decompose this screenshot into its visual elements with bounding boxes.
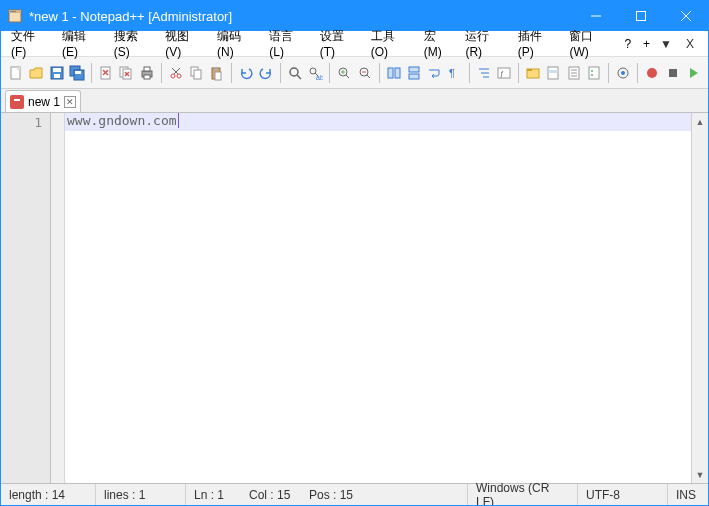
undo-button[interactable] [236, 62, 254, 84]
status-encoding: UTF-8 [578, 484, 668, 505]
svg-point-68 [591, 74, 593, 76]
status-pos: Pos : 15 [301, 484, 468, 505]
wrap-button[interactable] [425, 62, 443, 84]
menu-overflow-icon[interactable]: ▼ [656, 35, 676, 53]
svg-rect-32 [194, 70, 201, 79]
lang-button[interactable]: ƒ [495, 62, 513, 84]
func-list-button[interactable] [585, 62, 603, 84]
replace-button[interactable]: ab [306, 62, 324, 84]
svg-rect-49 [395, 68, 400, 78]
svg-point-70 [621, 71, 625, 75]
menu-run[interactable]: 运行(R) [459, 25, 511, 62]
svg-rect-72 [669, 69, 677, 77]
scroll-down-icon[interactable]: ▼ [692, 466, 708, 483]
menu-plus[interactable]: + [637, 34, 656, 54]
svg-rect-13 [54, 74, 60, 78]
record-macro-button[interactable] [643, 62, 661, 84]
tab-new-1[interactable]: new 1 ✕ [5, 90, 81, 112]
svg-rect-66 [589, 67, 599, 79]
svg-point-28 [177, 74, 181, 78]
menu-window[interactable]: 窗口(W) [563, 25, 618, 62]
cut-button[interactable] [167, 62, 185, 84]
svg-rect-10 [17, 67, 20, 70]
line-number: 1 [1, 115, 42, 130]
close-window-button[interactable] [663, 1, 708, 31]
status-eol: Windows (CR LF) [468, 484, 578, 505]
tab-close-button[interactable]: ✕ [64, 96, 76, 108]
svg-rect-6 [636, 12, 645, 21]
sync-v-button[interactable] [385, 62, 403, 84]
save-all-button[interactable] [68, 62, 86, 84]
svg-point-2 [10, 11, 11, 12]
menu-file[interactable]: 文件(F) [5, 25, 56, 62]
status-ins: INS [668, 484, 708, 505]
close-all-button[interactable] [117, 62, 135, 84]
line-gutter: 1 [1, 113, 51, 483]
status-length: length : 14 [1, 484, 96, 505]
window-title: *new 1 - Notepad++ [Administrator] [29, 9, 573, 24]
redo-button[interactable] [257, 62, 275, 84]
unsaved-icon [10, 95, 24, 109]
fold-column [51, 113, 65, 483]
play-macro-button[interactable] [684, 62, 702, 84]
svg-rect-50 [409, 67, 419, 72]
svg-rect-61 [548, 70, 558, 73]
menu-language[interactable]: 语言(L) [263, 25, 313, 62]
print-button[interactable] [138, 62, 156, 84]
svg-point-3 [12, 11, 13, 12]
svg-text:¶: ¶ [449, 67, 455, 79]
zoom-in-button[interactable] [335, 62, 353, 84]
text-editor[interactable]: www.gndown.com [65, 113, 691, 483]
menu-search[interactable]: 搜索(S) [108, 25, 160, 62]
menu-settings[interactable]: 设置(T) [314, 25, 365, 62]
tab-label: new 1 [28, 95, 60, 109]
indent-guide-button[interactable] [475, 62, 493, 84]
stop-macro-button[interactable] [663, 62, 681, 84]
paste-button[interactable] [207, 62, 225, 84]
show-chars-button[interactable]: ¶ [446, 62, 464, 84]
svg-rect-25 [144, 67, 150, 71]
app-icon [7, 8, 23, 24]
doc-map-button[interactable] [544, 62, 562, 84]
svg-rect-59 [527, 69, 532, 71]
line-1[interactable]: www.gndown.com [65, 113, 691, 131]
vertical-scrollbar[interactable]: ▲ ▼ [691, 113, 708, 483]
svg-rect-16 [75, 71, 81, 74]
svg-point-71 [647, 68, 657, 78]
zoom-out-button[interactable] [356, 62, 374, 84]
svg-line-42 [346, 75, 349, 78]
status-col: Col : 15 [241, 484, 301, 505]
menu-view[interactable]: 视图(V) [159, 25, 211, 62]
menu-plugins[interactable]: 插件(P) [512, 25, 564, 62]
svg-line-46 [367, 75, 370, 78]
menu-encoding[interactable]: 编码(N) [211, 25, 263, 62]
svg-rect-48 [388, 68, 393, 78]
find-button[interactable] [286, 62, 304, 84]
statusbar: length : 14 lines : 1 Ln : 1 Col : 15 Po… [1, 483, 708, 505]
menu-edit[interactable]: 编辑(E) [56, 25, 108, 62]
save-button[interactable] [48, 62, 66, 84]
menu-macro[interactable]: 宏(M) [418, 25, 460, 62]
caret [178, 113, 179, 128]
svg-rect-35 [215, 72, 221, 80]
monitor-button[interactable] [614, 62, 632, 84]
open-file-button[interactable] [27, 62, 45, 84]
scroll-up-icon[interactable]: ▲ [692, 113, 708, 130]
menu-close-icon[interactable]: X [682, 35, 698, 53]
doc-list-button[interactable] [565, 62, 583, 84]
menu-help[interactable]: ? [618, 34, 637, 54]
line-content: www.gndown.com [65, 113, 177, 131]
svg-line-37 [297, 75, 301, 79]
menu-tools[interactable]: 工具(O) [365, 25, 418, 62]
svg-rect-51 [409, 74, 419, 79]
maximize-button[interactable] [618, 1, 663, 31]
close-file-button[interactable] [97, 62, 115, 84]
editor-area: 1 www.gndown.com ▲ ▼ [1, 113, 708, 483]
new-file-button[interactable] [7, 62, 25, 84]
sync-h-button[interactable] [405, 62, 423, 84]
svg-rect-34 [214, 67, 218, 70]
svg-rect-26 [144, 75, 150, 79]
folder-view-button[interactable] [524, 62, 542, 84]
copy-button[interactable] [187, 62, 205, 84]
svg-point-36 [290, 68, 298, 76]
